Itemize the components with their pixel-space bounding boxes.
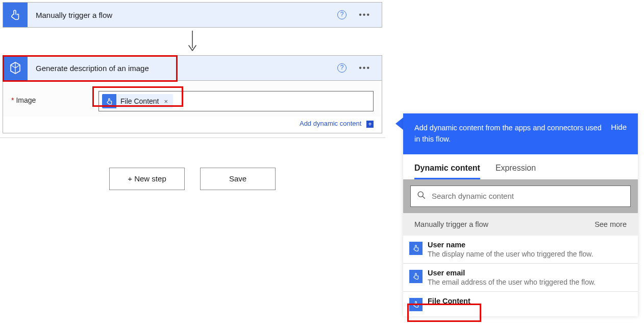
required-marker: * [11, 96, 14, 104]
svg-line-2 [423, 196, 425, 198]
dc-item-desc: The email address of the user who trigge… [428, 278, 596, 286]
tab-dynamic-content[interactable]: Dynamic content [414, 164, 480, 179]
help-icon[interactable]: ? [337, 63, 346, 73]
action-card-header: Generate description of an image ? ••• [3, 56, 382, 80]
dynamic-token-file-content[interactable]: File Content × [102, 94, 173, 108]
action-card-body: *Image File Content × [3, 80, 382, 117]
more-icon[interactable]: ••• [359, 10, 370, 19]
separator-line [0, 137, 385, 138]
dc-item-name: User email [428, 269, 596, 277]
touch-icon [409, 298, 423, 311]
dc-item-name: File Content [428, 297, 470, 305]
add-dynamic-content-link[interactable]: Add dynamic content [300, 120, 361, 127]
dc-item-user-name[interactable]: User name The display name of the user w… [403, 236, 638, 264]
token-label: File Content [116, 97, 163, 105]
save-button[interactable]: Save [200, 168, 276, 190]
trigger-card-header: Manually trigger a flow ? ••• [3, 3, 382, 27]
action-card[interactable]: Generate description of an image ? ••• *… [3, 55, 382, 133]
trigger-card[interactable]: Manually trigger a flow ? ••• [3, 2, 382, 28]
dc-panel-header: Add dynamic content from the apps and co… [403, 113, 638, 154]
more-icon[interactable]: ••• [359, 63, 370, 73]
image-input[interactable]: File Content × [98, 91, 374, 111]
hide-button[interactable]: Hide [611, 123, 627, 145]
plus-icon[interactable]: + [366, 121, 374, 128]
new-step-button[interactable]: + New step [109, 168, 185, 190]
see-more-link[interactable]: See more [595, 220, 627, 228]
action-title: Generate description of an image [36, 64, 149, 73]
search-input[interactable] [432, 192, 624, 200]
param-label-text: Image [16, 96, 36, 104]
trigger-title: Manually trigger a flow [36, 11, 112, 19]
token-remove-icon[interactable]: × [163, 98, 173, 105]
touch-icon [102, 94, 116, 108]
ai-icon [3, 56, 28, 80]
search-icon [417, 191, 426, 201]
dc-item-user-email[interactable]: User email The email address of the user… [403, 264, 638, 292]
dc-item-desc: The display name of the user who trigger… [428, 250, 593, 258]
tab-expression[interactable]: Expression [496, 164, 536, 179]
svg-point-1 [418, 192, 423, 197]
dc-item-file-content[interactable]: File Content [403, 292, 638, 316]
dc-item-name: User name [428, 241, 593, 249]
touch-icon [409, 242, 423, 255]
dc-header-text: Add dynamic content from the apps and co… [414, 123, 603, 145]
search-dynamic-content[interactable] [410, 185, 631, 207]
flow-connector-arrow [3, 28, 382, 55]
param-label: *Image [11, 91, 90, 104]
dynamic-content-panel: Add dynamic content from the apps and co… [403, 113, 638, 316]
dc-tabs: Dynamic content Expression [403, 154, 638, 179]
touch-icon [409, 270, 423, 283]
touch-icon [3, 3, 28, 27]
help-icon[interactable]: ? [337, 10, 346, 19]
panel-pointer-icon [395, 118, 403, 130]
dc-section-title: Manually trigger a flow [414, 220, 488, 228]
add-dynamic-row: Add dynamic content + [3, 117, 382, 133]
dc-section-header: Manually trigger a flow See more [403, 213, 638, 236]
